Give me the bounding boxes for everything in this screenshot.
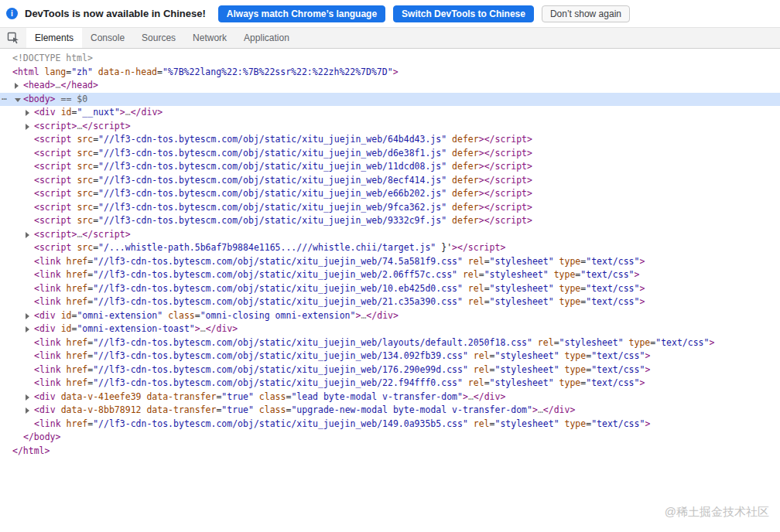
- syntax-token: "//lf3-cdn-tos.bytescm.com/obj/static/xi…: [93, 256, 463, 267]
- expand-arrow-icon[interactable]: [26, 110, 29, 116]
- tab-network[interactable]: Network: [184, 28, 235, 48]
- more-actions-icon[interactable]: ⋯: [2, 93, 7, 107]
- dom-tree-row[interactable]: <link href="//lf3-cdn-tos.bytescm.com/ob…: [0, 418, 780, 431]
- dom-tree-row[interactable]: <!DOCTYPE html>: [0, 52, 780, 66]
- dom-tree-row[interactable]: <html lang="zh" data-n-head="%7B%22lang%…: [0, 66, 780, 80]
- dom-tree-row[interactable]: <head>…</head>: [0, 79, 780, 93]
- dom-tree-row[interactable]: <link href="//lf3-cdn-tos.bytescm.com/ob…: [0, 268, 780, 282]
- syntax-token: "//lf3-cdn-tos.bytescm.com/obj/static/xi…: [93, 296, 463, 307]
- syntax-token: id: [56, 323, 72, 334]
- dom-tree-row[interactable]: <div id="omni-extension-toast">…</div>: [0, 322, 780, 336]
- switch-devtools-chinese-button[interactable]: Switch DevTools to Chinese: [393, 5, 534, 22]
- syntax-token: <link: [34, 256, 61, 267]
- tab-application[interactable]: Application: [235, 28, 298, 48]
- syntax-token: "text/css": [591, 350, 645, 361]
- syntax-token: <link: [34, 418, 61, 429]
- tab-console[interactable]: Console: [82, 28, 133, 48]
- syntax-token: <script: [34, 215, 71, 226]
- syntax-token: <div: [34, 107, 56, 118]
- expand-arrow-icon[interactable]: [26, 124, 29, 130]
- dom-tree-row[interactable]: <script>…</script>: [0, 228, 780, 242]
- dom-tree-row[interactable]: <div data-v-8bb78912 data-transfer="true…: [0, 404, 780, 418]
- syntax-token: src: [71, 175, 93, 186]
- syntax-token: "text/css": [655, 337, 709, 348]
- expand-arrow-icon[interactable]: [26, 313, 29, 319]
- syntax-token: "text/css": [580, 269, 634, 280]
- syntax-token: =: [554, 337, 559, 348]
- dom-tree-row[interactable]: <link href="//lf3-cdn-tos.bytescm.com/ob…: [0, 377, 780, 390]
- syntax-token: rel: [468, 418, 490, 429]
- syntax-token: data-v-41eefe39: [56, 391, 142, 402]
- collapse-arrow-icon[interactable]: [15, 98, 21, 102]
- syntax-token: ></script>: [452, 242, 505, 253]
- syntax-token: "//lf3-cdn-tos.bytescm.com/obj/static/xi…: [93, 283, 463, 294]
- dom-tree-row[interactable]: </html>: [0, 445, 780, 459]
- dom-tree-row[interactable]: <link href="//lf3-cdn-tos.bytescm.com/ob…: [0, 350, 780, 363]
- syntax-token: "zh": [71, 66, 93, 77]
- syntax-token: src: [71, 134, 93, 145]
- language-infobar: i DevTools is now available in Chinese! …: [0, 0, 780, 28]
- dom-tree-row[interactable]: <link href="//lf3-cdn-tos.bytescm.com/ob…: [0, 255, 780, 269]
- dom-tree-row[interactable]: <script src="//lf3-cdn-tos.bytescm.com/o…: [0, 201, 780, 215]
- dom-tree-row[interactable]: <div data-v-41eefe39 data-transfer="true…: [0, 390, 780, 404]
- syntax-token: src: [71, 188, 93, 199]
- syntax-token: ></script>: [479, 202, 532, 213]
- syntax-token: <link: [34, 337, 61, 348]
- syntax-token: rel: [463, 256, 484, 267]
- syntax-token: "//lf3-cdn-tos.bytescm.com/obj/static/xi…: [93, 418, 468, 429]
- syntax-token: <div: [34, 310, 56, 321]
- expand-arrow-icon[interactable]: [26, 408, 29, 414]
- syntax-token: type: [624, 337, 651, 348]
- syntax-token: >: [463, 391, 468, 402]
- expand-arrow-icon[interactable]: [15, 83, 19, 89]
- syntax-token: …: [125, 107, 131, 118]
- syntax-token: "text/css": [586, 283, 639, 294]
- dont-show-again-button[interactable]: Don’t show again: [542, 5, 630, 22]
- dom-tree-row[interactable]: </body>: [0, 431, 780, 445]
- syntax-token: href: [61, 418, 88, 429]
- dom-tree-row[interactable]: <script src="//lf3-cdn-tos.bytescm.com/o…: [0, 160, 780, 174]
- expand-arrow-icon[interactable]: [26, 394, 29, 401]
- tab-elements[interactable]: Elements: [26, 28, 82, 48]
- match-chrome-language-button[interactable]: Always match Chrome’s language: [218, 5, 385, 22]
- dom-tree-row[interactable]: <link href="//lf3-cdn-tos.bytescm.com/ob…: [0, 295, 780, 309]
- syntax-token: </head>: [60, 80, 98, 90]
- syntax-token: </script>: [82, 121, 130, 131]
- dom-tree-row[interactable]: <link href="//lf3-cdn-tos.bytescm.com/ob…: [0, 363, 780, 377]
- dom-tree-row-selected[interactable]: ⋯<body> == $0: [0, 93, 780, 107]
- info-icon: i: [6, 8, 18, 19]
- syntax-token: defer: [446, 148, 479, 159]
- syntax-token: "//lf3-cdn-tos.bytescm.com/obj/static/xi…: [93, 350, 468, 361]
- syntax-token: "//lf3-cdn-tos.bytescm.com/obj/static/xi…: [98, 202, 446, 213]
- syntax-token: type: [554, 296, 581, 307]
- syntax-token: <script: [34, 161, 71, 172]
- tab-sources[interactable]: Sources: [133, 28, 184, 48]
- syntax-token: "stylesheet": [494, 364, 559, 375]
- syntax-token: rel: [468, 350, 490, 361]
- dom-tree-row[interactable]: <script src="//lf3-cdn-tos.bytescm.com/o…: [0, 147, 780, 161]
- expand-arrow-icon[interactable]: [26, 326, 29, 332]
- tab-strip: ElementsConsoleSourcesNetworkApplication: [26, 28, 298, 48]
- dom-tree-row[interactable]: <link href="//lf3-cdn-tos.bytescm.com/ob…: [0, 282, 780, 296]
- syntax-token: </body>: [23, 431, 60, 442]
- infobar-message: DevTools is now available in Chinese!: [25, 8, 206, 19]
- syntax-token: <body>: [23, 94, 56, 104]
- dom-tree-row[interactable]: <link href="//lf3-cdn-tos.bytescm.com/ob…: [0, 336, 780, 350]
- dom-tree-row[interactable]: <div id="__nuxt">…</div>: [0, 106, 780, 120]
- syntax-token: "%7B%22lang%22:%7B%22ssr%22:%22zh%22%7D%…: [162, 66, 393, 77]
- syntax-token: defer: [446, 134, 479, 145]
- dom-tree-row[interactable]: <script src="//lf3-cdn-tos.bytescm.com/o…: [0, 214, 780, 228]
- dom-tree-row[interactable]: <script src="//lf3-cdn-tos.bytescm.com/o…: [0, 174, 780, 188]
- syntax-token: "stylesheet": [559, 337, 624, 348]
- expand-arrow-icon[interactable]: [26, 232, 29, 238]
- syntax-token: class: [254, 404, 286, 415]
- dom-tree-row[interactable]: <script src="//lf3-cdn-tos.bytescm.com/o…: [0, 133, 780, 147]
- dom-tree-row[interactable]: <div id="omni-extension" class="omni-clo…: [0, 309, 780, 323]
- dom-tree-row[interactable]: <script src="//lf3-cdn-tos.bytescm.com/o…: [0, 187, 780, 201]
- inspect-element-icon[interactable]: [0, 28, 26, 48]
- dom-tree-row[interactable]: <script src="/...whistle-path.5b6af7b988…: [0, 241, 780, 255]
- syntax-token: src: [71, 202, 93, 213]
- dom-tree-row[interactable]: <script>…</script>: [0, 120, 780, 134]
- syntax-token: type: [554, 377, 581, 388]
- syntax-token: "text/css": [586, 296, 639, 307]
